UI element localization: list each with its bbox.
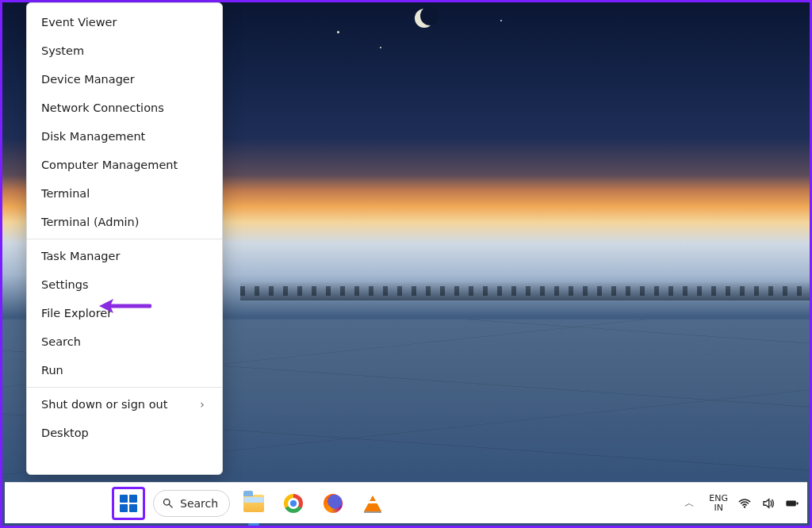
winx-item-label: Run [41,364,63,377]
winx-item-disk-management[interactable]: Disk Management [27,122,222,151]
svg-rect-3 [786,500,795,506]
search-icon [162,497,174,509]
winx-item-label: Computer Management [41,159,178,171]
taskbar-center-cluster: Search [112,487,389,520]
language-line2: IN [709,503,728,513]
winx-item-event-viewer[interactable]: Event Viewer [27,8,222,36]
taskbar-app-file-explorer[interactable] [238,488,270,519]
winx-separator [27,239,222,239]
winx-item-system[interactable]: System [27,36,222,65]
winx-item-label: Task Manager [41,250,120,262]
desktop: Event Viewer System Device Manager Netwo… [0,0,812,528]
winx-item-terminal[interactable]: Terminal [27,179,222,208]
winx-item-settings[interactable]: Settings [27,270,222,299]
winx-item-label: Shut down or sign out [41,398,167,411]
firefox-icon [324,494,343,513]
chevron-up-icon: ︿ [684,497,695,509]
winx-item-label: Desktop [41,427,89,439]
winx-item-shutdown-signout[interactable]: Shut down or sign out › [27,390,222,419]
taskbar-search[interactable]: Search [153,490,230,517]
winx-item-run[interactable]: Run [27,356,222,385]
wallpaper-star [380,47,381,48]
wifi-icon [737,496,752,511]
winx-item-label: Disk Management [41,130,145,143]
winx-item-network-connections[interactable]: Network Connections [27,94,222,122]
svg-line-1 [169,504,172,507]
taskbar-app-vlc[interactable] [357,488,389,519]
winx-item-computer-management[interactable]: Computer Management [27,151,222,179]
svg-point-2 [744,506,745,507]
svg-rect-4 [797,502,799,504]
winx-item-label: Terminal [41,187,90,200]
language-line1: ENG [709,494,728,503]
winx-menu: Event Viewer System Device Manager Netwo… [26,2,223,475]
wallpaper-star [500,20,502,21]
taskbar-app-firefox[interactable] [317,488,349,519]
winx-item-desktop[interactable]: Desktop [27,419,222,447]
windows-logo-icon [120,495,137,512]
winx-item-terminal-admin[interactable]: Terminal (Admin) [27,208,222,236]
battery-status[interactable] [785,496,799,511]
winx-item-label: Search [41,335,81,348]
winx-item-task-manager[interactable]: Task Manager [27,242,222,270]
running-indicator [248,523,259,526]
volume-icon [761,496,776,511]
winx-item-file-explorer[interactable]: File Explorer [27,299,222,327]
chrome-icon [284,494,303,513]
winx-item-label: Event Viewer [41,16,117,29]
winx-separator [27,387,222,388]
wifi-status[interactable] [737,496,752,511]
vlc-icon [364,495,381,511]
start-button[interactable] [112,487,145,520]
volume-status[interactable] [761,496,776,511]
battery-icon [785,496,799,511]
svg-point-0 [164,499,170,506]
wallpaper-star [337,31,339,33]
winx-item-label: Settings [41,278,88,291]
wallpaper-treeline [240,281,810,300]
winx-item-label: File Explorer [41,307,112,319]
winx-item-label: Device Manager [41,73,135,86]
winx-item-label: System [41,44,84,57]
winx-item-label: Network Connections [41,101,164,114]
wallpaper-moon [415,9,434,28]
taskbar-search-label: Search [180,497,218,510]
language-indicator[interactable]: ENG IN [709,494,728,513]
chevron-right-icon: › [197,398,208,411]
taskbar-app-chrome[interactable] [278,488,309,519]
taskbar: Search ︿ ENG IN [5,482,807,523]
system-tray: ︿ ENG IN [680,483,799,523]
tray-overflow-button[interactable]: ︿ [680,493,699,514]
winx-item-label: Terminal (Admin) [41,216,139,228]
file-explorer-icon [243,495,264,512]
winx-item-device-manager[interactable]: Device Manager [27,65,222,94]
winx-item-search[interactable]: Search [27,327,222,356]
